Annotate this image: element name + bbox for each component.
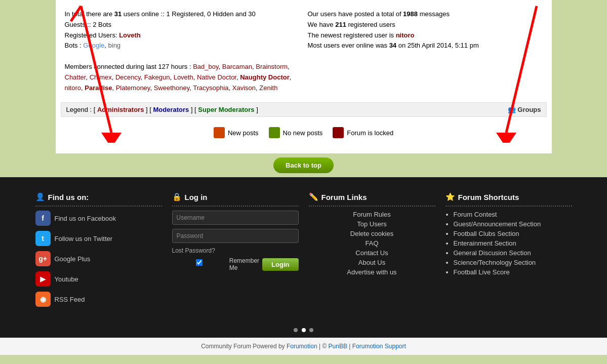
mod-link[interactable]: Moderators <box>153 106 189 113</box>
login-button[interactable]: Login <box>262 258 298 271</box>
footer-forum-links-col: ✏️ Forum Links Forum Rules Top Users Del… <box>309 192 435 312</box>
remember-me-label: Remember Me <box>229 257 259 271</box>
member-naughty-doctor[interactable]: Naughty Doctor <box>240 73 290 81</box>
footer-columns: 👤 Find us on: f Find us on Facebook t Fo… <box>25 192 582 322</box>
shortcut-football-clubs: Football Clubs Section <box>454 230 572 237</box>
member-loveth[interactable]: Loveth <box>174 73 193 81</box>
guest-announcement-link[interactable]: Guest/Announcement Section <box>454 220 541 228</box>
registered-user-link[interactable]: Loveth <box>119 31 141 39</box>
forum-locked-label: Forum is locked <box>347 129 393 137</box>
forum-rules-item: Forum Rules <box>309 211 435 218</box>
groups-label: Groups <box>517 106 541 113</box>
top-users-link[interactable]: Top Users <box>357 220 387 228</box>
remember-me-checkbox[interactable] <box>172 259 226 266</box>
shortcuts-title-text: Forum Shortcuts <box>458 193 519 201</box>
no-new-posts-icon <box>269 127 280 138</box>
separator2: | <box>347 343 352 350</box>
members-label: Members connected during last 127 hours … <box>65 63 193 70</box>
supermod-link[interactable]: Super Moderators <box>198 106 254 113</box>
social-facebook-item: f Find us on Facebook <box>35 211 162 226</box>
password-input[interactable] <box>172 229 299 243</box>
admin-link[interactable]: Administrators <box>97 106 144 113</box>
faq-link[interactable]: FAQ <box>365 239 378 247</box>
facebook-link[interactable]: Find us on Facebook <box>55 215 116 222</box>
shortcut-football-live-score: Football Live Score <box>454 268 572 276</box>
about-us-link[interactable]: About Us <box>358 259 385 266</box>
dot-1 <box>294 328 298 332</box>
facebook-icon: f <box>35 211 51 226</box>
twitter-link[interactable]: Follow us on Twitter <box>55 235 113 242</box>
social-list: f Find us on Facebook t Follow us on Twi… <box>35 211 162 307</box>
footer-login-col: 🔒 Log in Lost Password? Remember Me Logi… <box>172 192 299 312</box>
new-posts-label: New posts <box>228 129 259 137</box>
back-to-top-container: Back to top <box>0 153 607 177</box>
remember-me-row: Remember Me Login <box>172 257 299 271</box>
football-clubs-link[interactable]: Football Clubs Section <box>454 230 519 237</box>
rss-link[interactable]: RSS Feed <box>55 296 85 303</box>
find-us-icon: 👤 <box>35 192 45 201</box>
bot-google: Google <box>83 42 104 49</box>
forum-locked-icon <box>333 127 344 138</box>
shortcut-science-tech: Science/Technology Section <box>454 259 572 266</box>
forum-links-icon: ✏️ <box>309 192 318 201</box>
newest-user-link[interactable]: nitoro <box>396 31 415 39</box>
forum-contest-link[interactable]: Forum Contest <box>454 211 497 218</box>
stats-left-panel: In total there are 31 users online :: 1 … <box>61 5 304 97</box>
science-tech-link[interactable]: Science/Technology Section <box>454 259 536 266</box>
delete-cookies-link[interactable]: Delete cookies <box>350 230 393 237</box>
footer-bottom: Community Forum Powered by Forumotion | … <box>0 338 607 355</box>
googleplus-icon: g+ <box>35 251 51 266</box>
member-nitoro[interactable]: nitoro <box>65 84 82 92</box>
member-barcaman[interactable]: Barcaman <box>222 63 252 70</box>
googleplus-link[interactable]: Google Plus <box>55 255 91 263</box>
member-platemoney[interactable]: Platemoney <box>116 84 150 92</box>
find-us-title-text: Find us on: <box>48 193 89 201</box>
posts-text: Our users have posted a total of 1988 me… <box>308 10 450 18</box>
registered-label: Registered Users: Loveth <box>65 31 141 39</box>
no-new-posts-label: No new posts <box>283 129 323 137</box>
member-paradise[interactable]: Paradise <box>85 84 112 92</box>
youtube-link[interactable]: Youtube <box>55 275 78 283</box>
social-youtube-item: ▶ Youtube <box>35 271 162 287</box>
login-form: Lost Password? Remember Me Login <box>172 211 299 271</box>
no-new-posts-icon-item: No new posts <box>269 127 323 138</box>
post-icons-bar: New posts No new posts Forum is locked <box>61 122 547 148</box>
footer-dots <box>0 322 607 338</box>
bots-text: Bots : Google, bing <box>65 42 121 49</box>
social-rss-item: ◉ RSS Feed <box>35 292 162 307</box>
legend-text: Legend : [ Administrators ] [ Moderators… <box>66 106 258 113</box>
username-input[interactable] <box>172 211 299 225</box>
football-live-score-link[interactable]: Football Live Score <box>454 268 510 276</box>
member-decency[interactable]: Decency <box>115 73 141 81</box>
forumotion-link[interactable]: Forumotion <box>287 343 317 350</box>
login-title-text: Log in <box>185 193 208 201</box>
shortcut-guest-announcement: Guest/Announcement Section <box>454 220 572 228</box>
new-posts-icon <box>214 127 225 138</box>
member-sweethoney[interactable]: Sweethoney <box>154 84 190 92</box>
rss-icon: ◉ <box>35 292 51 307</box>
member-native-doctor[interactable]: Native Doctor <box>197 73 236 81</box>
forum-locked-icon-item: Forum is locked <box>333 127 393 138</box>
back-to-top-button[interactable]: Back to top <box>273 157 334 173</box>
punbb-link[interactable]: PunBB <box>329 343 347 350</box>
advertise-link[interactable]: Advertise with us <box>347 268 396 276</box>
enterainment-link[interactable]: Enterainment Section <box>454 239 516 247</box>
forum-links-title-text: Forum Links <box>321 193 367 201</box>
forum-rules-link[interactable]: Forum Rules <box>353 211 390 218</box>
member-xavison[interactable]: Xavison <box>232 84 256 92</box>
member-tracysophia[interactable]: Tracysophia <box>193 84 228 92</box>
social-twitter-item: t Follow us on Twitter <box>35 231 162 246</box>
footer-bottom-text: Community Forum Powered by Forumotion | … <box>201 343 406 350</box>
member-chatter[interactable]: Chatter <box>65 73 86 81</box>
forumotion-support-link[interactable]: Forumotion Support <box>352 343 406 350</box>
member-fakegun[interactable]: Fakegun <box>144 73 170 81</box>
member-bad-boy[interactable]: Bad_boy <box>193 63 218 70</box>
general-discussion-link[interactable]: General Discusion Section <box>454 249 531 257</box>
member-brainstorm[interactable]: Brainstorm <box>256 63 288 70</box>
contact-us-link[interactable]: Contact Us <box>355 249 388 257</box>
member-chimex[interactable]: Chimex <box>90 73 112 81</box>
shortcut-general-discussion: General Discusion Section <box>454 249 572 257</box>
groups-link[interactable]: 👥 Groups <box>508 106 541 113</box>
member-zenith[interactable]: Zenith <box>259 84 277 92</box>
social-googleplus-item: g+ Google Plus <box>35 251 162 266</box>
